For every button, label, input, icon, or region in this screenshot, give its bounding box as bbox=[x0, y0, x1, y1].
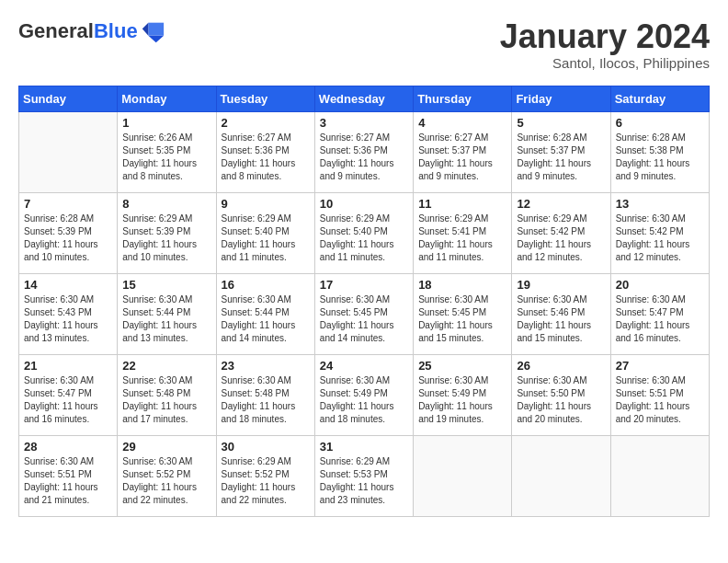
weekday-header: Sunday bbox=[19, 86, 118, 111]
day-number: 25 bbox=[418, 359, 506, 373]
calendar-cell bbox=[414, 435, 512, 516]
day-number: 26 bbox=[517, 359, 605, 373]
weekday-header: Tuesday bbox=[216, 86, 314, 111]
calendar-week-row: 28Sunrise: 6:30 AMSunset: 5:51 PMDayligh… bbox=[19, 435, 710, 516]
calendar-cell: 1Sunrise: 6:26 AMSunset: 5:35 PMDaylight… bbox=[118, 111, 216, 192]
calendar-cell: 14Sunrise: 6:30 AMSunset: 5:43 PMDayligh… bbox=[19, 273, 118, 354]
day-info: Sunrise: 6:29 AMSunset: 5:52 PMDaylight:… bbox=[222, 455, 310, 507]
day-info: Sunrise: 6:30 AMSunset: 5:46 PMDaylight:… bbox=[517, 293, 605, 345]
day-info: Sunrise: 6:30 AMSunset: 5:45 PMDaylight:… bbox=[418, 293, 506, 345]
day-number: 31 bbox=[320, 440, 408, 454]
calendar-cell: 17Sunrise: 6:30 AMSunset: 5:45 PMDayligh… bbox=[314, 273, 413, 354]
day-info: Sunrise: 6:30 AMSunset: 5:49 PMDaylight:… bbox=[418, 374, 506, 426]
day-info: Sunrise: 6:30 AMSunset: 5:43 PMDaylight:… bbox=[24, 293, 112, 345]
month-title: January 2024 bbox=[500, 18, 710, 55]
logo-icon bbox=[140, 18, 165, 44]
calendar-cell: 27Sunrise: 6:30 AMSunset: 5:51 PMDayligh… bbox=[610, 354, 709, 435]
weekday-header: Thursday bbox=[414, 86, 512, 111]
day-info: Sunrise: 6:30 AMSunset: 5:52 PMDaylight:… bbox=[122, 455, 210, 507]
calendar-cell: 22Sunrise: 6:30 AMSunset: 5:48 PMDayligh… bbox=[118, 354, 216, 435]
svg-marker-1 bbox=[148, 36, 164, 42]
calendar-cell bbox=[19, 111, 118, 192]
day-info: Sunrise: 6:27 AMSunset: 5:36 PMDaylight:… bbox=[320, 132, 408, 183]
day-number: 2 bbox=[222, 116, 310, 130]
day-info: Sunrise: 6:29 AMSunset: 5:39 PMDaylight:… bbox=[122, 213, 210, 264]
svg-marker-0 bbox=[148, 23, 164, 36]
day-number: 20 bbox=[616, 278, 704, 292]
calendar-cell: 9Sunrise: 6:29 AMSunset: 5:40 PMDaylight… bbox=[216, 192, 314, 273]
calendar-cell: 6Sunrise: 6:28 AMSunset: 5:38 PMDaylight… bbox=[610, 111, 709, 192]
calendar-cell: 19Sunrise: 6:30 AMSunset: 5:46 PMDayligh… bbox=[512, 273, 610, 354]
day-info: Sunrise: 6:28 AMSunset: 5:39 PMDaylight:… bbox=[24, 213, 112, 264]
day-number: 14 bbox=[24, 278, 112, 292]
day-info: Sunrise: 6:30 AMSunset: 5:51 PMDaylight:… bbox=[24, 455, 112, 507]
calendar-cell: 12Sunrise: 6:29 AMSunset: 5:42 PMDayligh… bbox=[512, 192, 610, 273]
weekday-header: Wednesday bbox=[314, 86, 413, 111]
calendar-cell: 31Sunrise: 6:29 AMSunset: 5:53 PMDayligh… bbox=[314, 435, 413, 516]
logo-text: GeneralBlue bbox=[18, 20, 138, 42]
day-info: Sunrise: 6:30 AMSunset: 5:44 PMDaylight:… bbox=[122, 293, 210, 345]
day-info: Sunrise: 6:29 AMSunset: 5:40 PMDaylight:… bbox=[320, 213, 408, 264]
day-info: Sunrise: 6:28 AMSunset: 5:37 PMDaylight:… bbox=[517, 132, 605, 183]
day-info: Sunrise: 6:29 AMSunset: 5:53 PMDaylight:… bbox=[320, 455, 408, 507]
calendar-cell: 7Sunrise: 6:28 AMSunset: 5:39 PMDaylight… bbox=[19, 192, 118, 273]
day-number: 13 bbox=[616, 197, 704, 211]
day-number: 28 bbox=[24, 440, 112, 454]
calendar-cell: 13Sunrise: 6:30 AMSunset: 5:42 PMDayligh… bbox=[610, 192, 709, 273]
day-info: Sunrise: 6:30 AMSunset: 5:45 PMDaylight:… bbox=[320, 293, 408, 345]
day-number: 7 bbox=[24, 197, 112, 211]
day-info: Sunrise: 6:30 AMSunset: 5:47 PMDaylight:… bbox=[24, 374, 112, 426]
day-info: Sunrise: 6:30 AMSunset: 5:47 PMDaylight:… bbox=[616, 293, 704, 345]
calendar-cell: 21Sunrise: 6:30 AMSunset: 5:47 PMDayligh… bbox=[19, 354, 118, 435]
day-number: 23 bbox=[222, 359, 310, 373]
day-info: Sunrise: 6:27 AMSunset: 5:36 PMDaylight:… bbox=[222, 132, 310, 183]
day-number: 3 bbox=[320, 116, 408, 130]
day-number: 24 bbox=[320, 359, 408, 373]
calendar-week-row: 14Sunrise: 6:30 AMSunset: 5:43 PMDayligh… bbox=[19, 273, 710, 354]
calendar-week-row: 21Sunrise: 6:30 AMSunset: 5:47 PMDayligh… bbox=[19, 354, 710, 435]
calendar-table: SundayMondayTuesdayWednesdayThursdayFrid… bbox=[18, 86, 710, 517]
calendar-cell: 23Sunrise: 6:30 AMSunset: 5:48 PMDayligh… bbox=[216, 354, 314, 435]
day-number: 29 bbox=[122, 440, 210, 454]
day-number: 5 bbox=[517, 116, 605, 130]
calendar-cell: 5Sunrise: 6:28 AMSunset: 5:37 PMDaylight… bbox=[512, 111, 610, 192]
day-number: 6 bbox=[616, 116, 704, 130]
day-info: Sunrise: 6:29 AMSunset: 5:40 PMDaylight:… bbox=[222, 213, 310, 264]
day-info: Sunrise: 6:28 AMSunset: 5:38 PMDaylight:… bbox=[616, 132, 704, 183]
page-header: GeneralBlue January 2024 Santol, Ilocos,… bbox=[18, 18, 710, 71]
calendar-cell: 4Sunrise: 6:27 AMSunset: 5:37 PMDaylight… bbox=[414, 111, 512, 192]
calendar-cell bbox=[610, 435, 709, 516]
day-number: 9 bbox=[222, 197, 310, 211]
day-number: 12 bbox=[517, 197, 605, 211]
day-info: Sunrise: 6:30 AMSunset: 5:48 PMDaylight:… bbox=[122, 374, 210, 426]
calendar-week-row: 7Sunrise: 6:28 AMSunset: 5:39 PMDaylight… bbox=[19, 192, 710, 273]
day-number: 17 bbox=[320, 278, 408, 292]
weekday-header: Friday bbox=[512, 86, 610, 111]
day-number: 8 bbox=[122, 197, 210, 211]
day-number: 30 bbox=[222, 440, 310, 454]
day-info: Sunrise: 6:29 AMSunset: 5:42 PMDaylight:… bbox=[517, 213, 605, 264]
calendar-cell: 28Sunrise: 6:30 AMSunset: 5:51 PMDayligh… bbox=[19, 435, 118, 516]
day-info: Sunrise: 6:26 AMSunset: 5:35 PMDaylight:… bbox=[122, 132, 210, 183]
calendar-cell: 29Sunrise: 6:30 AMSunset: 5:52 PMDayligh… bbox=[118, 435, 216, 516]
day-number: 11 bbox=[418, 197, 506, 211]
calendar-cell: 26Sunrise: 6:30 AMSunset: 5:50 PMDayligh… bbox=[512, 354, 610, 435]
calendar-week-row: 1Sunrise: 6:26 AMSunset: 5:35 PMDaylight… bbox=[19, 111, 710, 192]
calendar-cell: 25Sunrise: 6:30 AMSunset: 5:49 PMDayligh… bbox=[414, 354, 512, 435]
svg-marker-2 bbox=[142, 23, 148, 36]
day-info: Sunrise: 6:30 AMSunset: 5:44 PMDaylight:… bbox=[222, 293, 310, 345]
calendar-cell: 24Sunrise: 6:30 AMSunset: 5:49 PMDayligh… bbox=[314, 354, 413, 435]
day-number: 10 bbox=[320, 197, 408, 211]
day-info: Sunrise: 6:30 AMSunset: 5:48 PMDaylight:… bbox=[222, 374, 310, 426]
calendar-cell: 2Sunrise: 6:27 AMSunset: 5:36 PMDaylight… bbox=[216, 111, 314, 192]
day-info: Sunrise: 6:30 AMSunset: 5:42 PMDaylight:… bbox=[616, 213, 704, 264]
day-number: 18 bbox=[418, 278, 506, 292]
day-info: Sunrise: 6:29 AMSunset: 5:41 PMDaylight:… bbox=[418, 213, 506, 264]
calendar-cell: 10Sunrise: 6:29 AMSunset: 5:40 PMDayligh… bbox=[314, 192, 413, 273]
location-subtitle: Santol, Ilocos, Philippines bbox=[500, 55, 710, 71]
weekday-header: Monday bbox=[118, 86, 216, 111]
day-number: 15 bbox=[122, 278, 210, 292]
day-info: Sunrise: 6:27 AMSunset: 5:37 PMDaylight:… bbox=[418, 132, 506, 183]
title-block: January 2024 Santol, Ilocos, Philippines bbox=[500, 18, 710, 71]
day-info: Sunrise: 6:30 AMSunset: 5:50 PMDaylight:… bbox=[517, 374, 605, 426]
